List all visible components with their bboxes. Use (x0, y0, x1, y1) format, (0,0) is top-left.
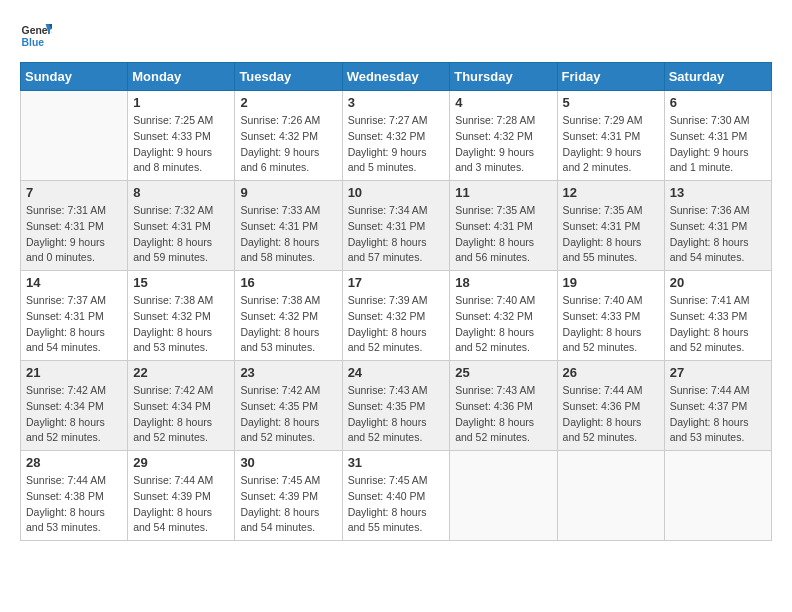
day-number: 28 (26, 455, 122, 470)
day-number: 6 (670, 95, 766, 110)
day-info: Sunrise: 7:36 AMSunset: 4:31 PMDaylight:… (670, 203, 766, 266)
day-info: Sunrise: 7:35 AMSunset: 4:31 PMDaylight:… (455, 203, 551, 266)
day-info: Sunrise: 7:40 AMSunset: 4:33 PMDaylight:… (563, 293, 659, 356)
day-info: Sunrise: 7:42 AMSunset: 4:35 PMDaylight:… (240, 383, 336, 446)
day-cell: 7Sunrise: 7:31 AMSunset: 4:31 PMDaylight… (21, 181, 128, 271)
svg-text:Blue: Blue (22, 37, 45, 48)
day-number: 4 (455, 95, 551, 110)
day-cell: 31Sunrise: 7:45 AMSunset: 4:40 PMDayligh… (342, 451, 450, 541)
day-info: Sunrise: 7:42 AMSunset: 4:34 PMDaylight:… (26, 383, 122, 446)
day-cell: 10Sunrise: 7:34 AMSunset: 4:31 PMDayligh… (342, 181, 450, 271)
day-cell: 29Sunrise: 7:44 AMSunset: 4:39 PMDayligh… (128, 451, 235, 541)
day-cell: 12Sunrise: 7:35 AMSunset: 4:31 PMDayligh… (557, 181, 664, 271)
calendar-header: SundayMondayTuesdayWednesdayThursdayFrid… (21, 63, 772, 91)
day-number: 8 (133, 185, 229, 200)
day-cell: 13Sunrise: 7:36 AMSunset: 4:31 PMDayligh… (664, 181, 771, 271)
day-cell: 2Sunrise: 7:26 AMSunset: 4:32 PMDaylight… (235, 91, 342, 181)
day-info: Sunrise: 7:39 AMSunset: 4:32 PMDaylight:… (348, 293, 445, 356)
day-number: 22 (133, 365, 229, 380)
day-number: 3 (348, 95, 445, 110)
day-number: 13 (670, 185, 766, 200)
day-info: Sunrise: 7:45 AMSunset: 4:40 PMDaylight:… (348, 473, 445, 536)
calendar: SundayMondayTuesdayWednesdayThursdayFrid… (20, 62, 772, 541)
day-cell: 6Sunrise: 7:30 AMSunset: 4:31 PMDaylight… (664, 91, 771, 181)
day-info: Sunrise: 7:41 AMSunset: 4:33 PMDaylight:… (670, 293, 766, 356)
day-cell: 24Sunrise: 7:43 AMSunset: 4:35 PMDayligh… (342, 361, 450, 451)
day-cell: 17Sunrise: 7:39 AMSunset: 4:32 PMDayligh… (342, 271, 450, 361)
day-info: Sunrise: 7:28 AMSunset: 4:32 PMDaylight:… (455, 113, 551, 176)
day-info: Sunrise: 7:37 AMSunset: 4:31 PMDaylight:… (26, 293, 122, 356)
day-cell: 26Sunrise: 7:44 AMSunset: 4:36 PMDayligh… (557, 361, 664, 451)
day-number: 18 (455, 275, 551, 290)
week-row-2: 14Sunrise: 7:37 AMSunset: 4:31 PMDayligh… (21, 271, 772, 361)
day-number: 21 (26, 365, 122, 380)
day-info: Sunrise: 7:25 AMSunset: 4:33 PMDaylight:… (133, 113, 229, 176)
day-info: Sunrise: 7:33 AMSunset: 4:31 PMDaylight:… (240, 203, 336, 266)
day-info: Sunrise: 7:45 AMSunset: 4:39 PMDaylight:… (240, 473, 336, 536)
day-number: 20 (670, 275, 766, 290)
day-number: 30 (240, 455, 336, 470)
day-cell: 8Sunrise: 7:32 AMSunset: 4:31 PMDaylight… (128, 181, 235, 271)
day-info: Sunrise: 7:27 AMSunset: 4:32 PMDaylight:… (348, 113, 445, 176)
col-header-tuesday: Tuesday (235, 63, 342, 91)
day-number: 17 (348, 275, 445, 290)
day-info: Sunrise: 7:43 AMSunset: 4:36 PMDaylight:… (455, 383, 551, 446)
day-info: Sunrise: 7:35 AMSunset: 4:31 PMDaylight:… (563, 203, 659, 266)
day-info: Sunrise: 7:38 AMSunset: 4:32 PMDaylight:… (240, 293, 336, 356)
day-cell: 23Sunrise: 7:42 AMSunset: 4:35 PMDayligh… (235, 361, 342, 451)
day-cell: 28Sunrise: 7:44 AMSunset: 4:38 PMDayligh… (21, 451, 128, 541)
day-info: Sunrise: 7:34 AMSunset: 4:31 PMDaylight:… (348, 203, 445, 266)
day-number: 27 (670, 365, 766, 380)
day-number: 7 (26, 185, 122, 200)
day-cell (450, 451, 557, 541)
day-info: Sunrise: 7:43 AMSunset: 4:35 PMDaylight:… (348, 383, 445, 446)
day-number: 12 (563, 185, 659, 200)
week-row-0: 1Sunrise: 7:25 AMSunset: 4:33 PMDaylight… (21, 91, 772, 181)
day-cell: 1Sunrise: 7:25 AMSunset: 4:33 PMDaylight… (128, 91, 235, 181)
day-number: 1 (133, 95, 229, 110)
day-number: 11 (455, 185, 551, 200)
week-row-4: 28Sunrise: 7:44 AMSunset: 4:38 PMDayligh… (21, 451, 772, 541)
day-cell: 25Sunrise: 7:43 AMSunset: 4:36 PMDayligh… (450, 361, 557, 451)
day-cell: 3Sunrise: 7:27 AMSunset: 4:32 PMDaylight… (342, 91, 450, 181)
day-info: Sunrise: 7:30 AMSunset: 4:31 PMDaylight:… (670, 113, 766, 176)
day-info: Sunrise: 7:42 AMSunset: 4:34 PMDaylight:… (133, 383, 229, 446)
day-info: Sunrise: 7:31 AMSunset: 4:31 PMDaylight:… (26, 203, 122, 266)
day-info: Sunrise: 7:40 AMSunset: 4:32 PMDaylight:… (455, 293, 551, 356)
day-number: 16 (240, 275, 336, 290)
logo: General Blue (20, 20, 56, 52)
day-cell (664, 451, 771, 541)
logo-icon: General Blue (20, 20, 52, 52)
col-header-friday: Friday (557, 63, 664, 91)
day-info: Sunrise: 7:32 AMSunset: 4:31 PMDaylight:… (133, 203, 229, 266)
day-number: 31 (348, 455, 445, 470)
day-info: Sunrise: 7:44 AMSunset: 4:36 PMDaylight:… (563, 383, 659, 446)
day-number: 19 (563, 275, 659, 290)
day-number: 9 (240, 185, 336, 200)
col-header-wednesday: Wednesday (342, 63, 450, 91)
day-info: Sunrise: 7:29 AMSunset: 4:31 PMDaylight:… (563, 113, 659, 176)
col-header-monday: Monday (128, 63, 235, 91)
day-cell (557, 451, 664, 541)
day-cell: 27Sunrise: 7:44 AMSunset: 4:37 PMDayligh… (664, 361, 771, 451)
day-cell: 11Sunrise: 7:35 AMSunset: 4:31 PMDayligh… (450, 181, 557, 271)
day-info: Sunrise: 7:44 AMSunset: 4:38 PMDaylight:… (26, 473, 122, 536)
header: General Blue (20, 20, 772, 52)
day-number: 15 (133, 275, 229, 290)
col-header-saturday: Saturday (664, 63, 771, 91)
day-cell: 22Sunrise: 7:42 AMSunset: 4:34 PMDayligh… (128, 361, 235, 451)
col-header-sunday: Sunday (21, 63, 128, 91)
day-number: 25 (455, 365, 551, 380)
day-cell: 20Sunrise: 7:41 AMSunset: 4:33 PMDayligh… (664, 271, 771, 361)
day-info: Sunrise: 7:44 AMSunset: 4:39 PMDaylight:… (133, 473, 229, 536)
day-cell (21, 91, 128, 181)
day-cell: 5Sunrise: 7:29 AMSunset: 4:31 PMDaylight… (557, 91, 664, 181)
day-number: 26 (563, 365, 659, 380)
day-number: 29 (133, 455, 229, 470)
day-cell: 16Sunrise: 7:38 AMSunset: 4:32 PMDayligh… (235, 271, 342, 361)
day-number: 10 (348, 185, 445, 200)
week-row-1: 7Sunrise: 7:31 AMSunset: 4:31 PMDaylight… (21, 181, 772, 271)
day-info: Sunrise: 7:38 AMSunset: 4:32 PMDaylight:… (133, 293, 229, 356)
day-cell: 14Sunrise: 7:37 AMSunset: 4:31 PMDayligh… (21, 271, 128, 361)
day-cell: 15Sunrise: 7:38 AMSunset: 4:32 PMDayligh… (128, 271, 235, 361)
